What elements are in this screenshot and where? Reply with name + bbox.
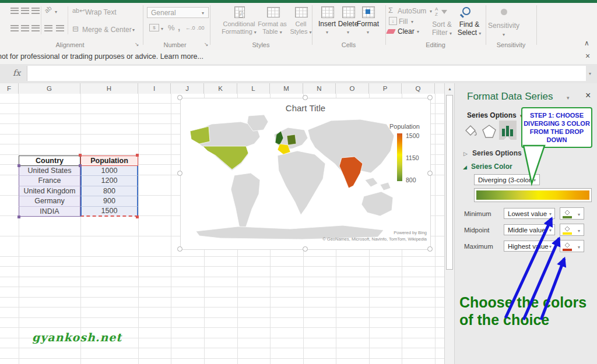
effects-tab-icon[interactable] <box>482 123 497 139</box>
format-button[interactable]: Format▾ <box>355 20 381 36</box>
cell-country[interactable]: United Kingdom <box>19 186 80 197</box>
notification-close-icon[interactable]: × <box>585 51 590 61</box>
number-dialog-launcher-icon[interactable]: ↘ <box>204 41 209 47</box>
series-options-collapse-icon[interactable]: ▷ <box>463 151 468 157</box>
autosum-button[interactable]: AutoSum <box>398 7 426 15</box>
chart-selection-handle[interactable] <box>177 95 182 100</box>
decrease-decimal-icon[interactable]: .00 <box>197 25 205 31</box>
wrap-text-button[interactable]: Wrap Text <box>85 8 117 16</box>
selection-handle[interactable] <box>136 215 139 218</box>
percent-style-icon[interactable]: % <box>168 23 175 32</box>
table-row[interactable]: United Kingdom 800 <box>19 186 138 197</box>
comma-style-icon[interactable]: , <box>178 22 180 32</box>
maximum-dropdown[interactable]: Highest value <box>504 241 555 252</box>
chart-selection-handle[interactable] <box>177 171 182 176</box>
cell-country[interactable]: INDIA <box>19 207 80 217</box>
series-color-expand-icon[interactable]: ◢ <box>463 164 467 170</box>
table-header-country[interactable]: Country <box>19 156 80 166</box>
cell-country[interactable]: United States <box>19 166 80 176</box>
alignment-dialog-launcher-icon[interactable]: ↘ <box>135 41 139 47</box>
find-select-button[interactable]: Find &Select ▾ <box>455 20 483 38</box>
scroll-up-icon[interactable]: ▲ <box>445 83 455 94</box>
chart-selection-handle[interactable] <box>427 246 433 252</box>
align-top-icon[interactable] <box>10 8 19 14</box>
number-format-select[interactable]: General <box>147 7 209 18</box>
autosum-caret-icon[interactable]: ▾ <box>430 9 432 14</box>
scrollbar-thumb[interactable] <box>446 95 453 270</box>
table-row[interactable]: INDIA 1500 <box>19 207 138 217</box>
cell-country[interactable]: Germany <box>19 196 80 207</box>
series-options-section[interactable]: Series Options <box>472 149 522 157</box>
cell-population[interactable]: 1500 <box>80 207 138 217</box>
fill-line-tab-icon[interactable] <box>463 123 478 139</box>
number-format-caret-icon[interactable]: ▾ <box>202 10 204 16</box>
column-header[interactable]: P <box>369 83 402 94</box>
maximum-dropdown-caret-icon[interactable]: ▾ <box>549 244 552 249</box>
minimum-dropdown-caret-icon[interactable]: ▾ <box>549 211 552 217</box>
midpoint-color-button[interactable]: ▾ <box>560 224 584 236</box>
fx-icon[interactable]: fx <box>13 68 20 77</box>
series-options-selector[interactable]: Series Options <box>467 111 517 119</box>
formula-bar-expand-icon[interactable]: ▾ <box>589 71 591 76</box>
decrease-indent-icon[interactable] <box>44 25 52 31</box>
chart-selection-handle[interactable] <box>427 95 433 100</box>
selection-handle[interactable] <box>79 154 82 157</box>
selection-handle[interactable] <box>17 215 20 218</box>
table-header-population[interactable]: Population <box>80 156 138 166</box>
align-bottom-icon[interactable] <box>31 8 40 14</box>
column-header[interactable]: L <box>237 83 270 94</box>
merge-center-button[interactable]: Merge & Center <box>82 26 132 34</box>
series-color-dropdown-caret-icon[interactable]: ▾ <box>533 178 536 183</box>
midpoint-color-caret-icon[interactable]: ▾ <box>578 228 580 234</box>
chart-selection-handle[interactable] <box>303 246 308 252</box>
series-color-dropdown[interactable]: Diverging (3-color) <box>474 174 540 185</box>
fill-button[interactable]: Fill <box>399 17 408 26</box>
align-center-icon[interactable] <box>21 25 29 31</box>
maximum-color-button[interactable]: ▾ <box>560 240 584 252</box>
cell-country[interactable]: France <box>19 176 80 186</box>
cell-population[interactable]: 1200 <box>80 176 138 186</box>
maximum-color-caret-icon[interactable]: ▾ <box>578 245 580 250</box>
table-row[interactable]: France 1200 <box>19 176 138 186</box>
column-header[interactable]: N <box>303 83 336 94</box>
sort-filter-button[interactable]: Sort &Filter ▾ <box>429 20 455 38</box>
align-left-icon[interactable] <box>10 25 19 31</box>
selection-handle[interactable] <box>136 154 139 157</box>
conditional-formatting-button[interactable]: ConditionalFormatting ▾ <box>220 20 258 36</box>
table-row[interactable]: Germany 900 <box>19 196 138 207</box>
column-header[interactable]: F <box>0 83 19 94</box>
formula-input[interactable] <box>27 66 586 81</box>
map-country-alaska[interactable] <box>190 126 210 144</box>
map-chart[interactable]: Chart Title <box>180 98 431 250</box>
selection-handle[interactable] <box>17 164 20 167</box>
column-header[interactable]: K <box>204 83 237 94</box>
column-header[interactable]: G <box>19 83 80 94</box>
notification-text[interactable]: not for professional or trading purposes… <box>0 52 203 61</box>
column-header[interactable]: J <box>171 83 204 94</box>
chart-selection-handle[interactable] <box>303 95 308 100</box>
map-country-united-states[interactable] <box>203 146 248 169</box>
collapse-ribbon-icon[interactable]: ∧ <box>584 39 589 47</box>
accounting-format-icon[interactable]: $ <box>149 24 159 31</box>
map-country-germany[interactable] <box>287 135 296 145</box>
pane-menu-caret-icon[interactable]: ▾ <box>567 95 570 101</box>
vertical-scrollbar[interactable]: ▲ <box>444 83 454 364</box>
cell-population[interactable]: 900 <box>80 196 138 207</box>
series-color-section[interactable]: Series Color <box>471 162 512 171</box>
merge-center-caret-icon[interactable]: ▾ <box>132 27 135 33</box>
minimum-color-caret-icon[interactable]: ▾ <box>578 212 580 217</box>
orientation-caret-icon[interactable]: ▾ <box>55 9 57 15</box>
column-header[interactable]: I <box>138 83 171 94</box>
fill-caret-icon[interactable]: ▾ <box>411 19 413 24</box>
column-header[interactable]: H <box>80 83 138 94</box>
selection-handle[interactable] <box>79 164 82 167</box>
table-row[interactable]: United States 1000 <box>19 166 138 176</box>
align-middle-icon[interactable] <box>21 8 29 14</box>
align-right-icon[interactable] <box>31 25 40 31</box>
chart-selection-handle[interactable] <box>427 171 433 176</box>
chart-selection-handle[interactable] <box>177 246 182 252</box>
sensitivity-button[interactable]: Sensitivity▾ <box>483 22 524 39</box>
minimum-dropdown[interactable]: Lowest value <box>504 208 555 219</box>
column-header[interactable]: Q <box>402 83 435 94</box>
orientation-icon[interactable]: ab <box>43 4 53 14</box>
